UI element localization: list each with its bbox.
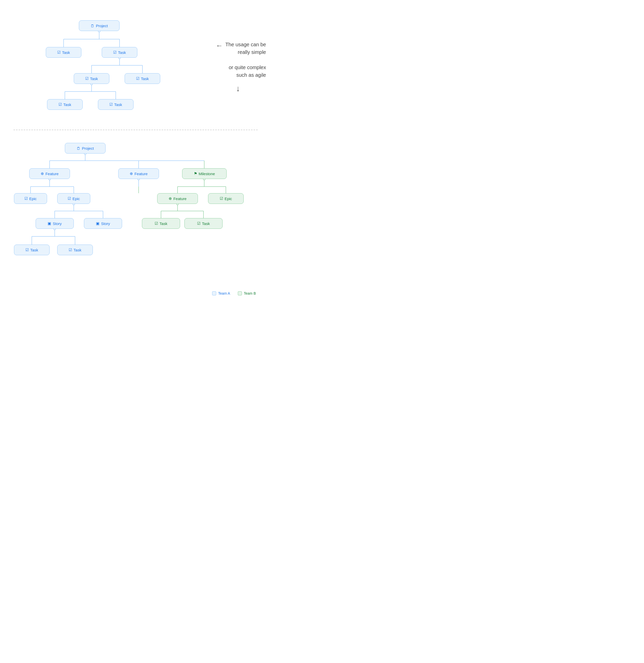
annotation-text: The usage can bereally simpleor quite co… (225, 41, 266, 79)
task4-label: Task (141, 76, 149, 81)
s2-feature1-label: Feature (46, 172, 59, 176)
s1-task2-node[interactable]: ☑ Task (102, 47, 137, 58)
s2-task3g-node[interactable]: ☑ Task (142, 218, 180, 229)
s2-epic2-node[interactable]: ☑ Epic (57, 193, 90, 204)
section1-simple-tree: ← The usage can bereally simpleor quite … (0, 8, 271, 130)
team-a-color-swatch (212, 291, 216, 295)
task-icon: ☑ (69, 248, 72, 252)
s2-task1b-label: Task (30, 248, 38, 252)
feature-icon: ⊕ (169, 196, 172, 201)
s2-task4g-label: Task (202, 222, 210, 226)
task-icon: ☑ (136, 76, 139, 81)
task-icon: ☑ (197, 221, 200, 226)
s2-epic3-label: Epic (225, 197, 232, 201)
team-b-color-swatch (238, 291, 242, 295)
s2-epic3-node[interactable]: ☑ Epic (208, 193, 244, 204)
s2-feature3-node[interactable]: ⊕ Feature (157, 193, 198, 204)
s2-story1-node[interactable]: ▣ Story (36, 218, 74, 229)
annotation: ← The usage can bereally simpleor quite … (210, 41, 266, 93)
s2-epic2-label: Epic (72, 197, 80, 201)
s2-milestone-node[interactable]: ⚑ Milestone (182, 168, 227, 179)
s2-epic1-label: Epic (29, 197, 37, 201)
project-icon: 🗒 (91, 24, 94, 28)
s2-task1b-node[interactable]: ☑ Task (14, 245, 50, 255)
team-b-label: Team B (244, 291, 256, 295)
s2-project-label: Project (82, 146, 94, 151)
feature-icon: ⊕ (41, 172, 44, 176)
task1-label: Task (62, 50, 70, 55)
feature-icon: ⊕ (130, 172, 133, 176)
s2-feature2-label: Feature (135, 172, 148, 176)
project-label: Project (96, 24, 108, 28)
legend-team-b: Team B (238, 291, 256, 295)
s2-story2-node[interactable]: ▣ Story (84, 218, 122, 229)
s2-task4g-node[interactable]: ☑ Task (184, 218, 223, 229)
s1-project-node[interactable]: 🗒 Project (79, 20, 119, 31)
s2-task2b-label: Task (73, 248, 82, 252)
legend-team-a: Team A (212, 291, 230, 295)
s2-story2-label: Story (101, 222, 110, 226)
project-icon: 🗒 (76, 146, 80, 151)
s1-task3-node[interactable]: ☑ Task (74, 73, 109, 84)
arrow-left-icon: ← (216, 42, 223, 50)
s1-task1-node[interactable]: ☑ Task (46, 47, 82, 58)
task6-label: Task (114, 102, 122, 107)
s2-story1-label: Story (53, 222, 62, 226)
team-a-label: Team A (218, 291, 230, 295)
task2-label: Task (118, 50, 126, 55)
s2-feature3-label: Feature (174, 197, 187, 201)
task-icon: ☑ (59, 102, 62, 107)
s2-project-node[interactable]: 🗒 Project (65, 143, 106, 154)
s1-task4-node[interactable]: ☑ Task (125, 73, 160, 84)
task5-label: Task (63, 102, 71, 107)
task3-label: Task (90, 76, 98, 81)
s2-feature1-node[interactable]: ⊕ Feature (29, 168, 70, 179)
story-icon: ▣ (48, 221, 51, 226)
arrow-down-icon: ↓ (210, 84, 266, 93)
section2-agile-tree: 🗒 Project ⊕ Feature ⊕ Feature ☑ Epic ☑ E… (0, 135, 271, 303)
s2-task3g-label: Task (159, 222, 168, 226)
page-wrapper: ← The usage can bereally simpleor quite … (0, 0, 271, 311)
s1-task6-node[interactable]: ☑ Task (98, 99, 134, 110)
task-icon: ☑ (109, 102, 113, 107)
legend: Team A Team B (212, 291, 256, 295)
task-icon: ☑ (25, 248, 29, 252)
task-icon: ☑ (85, 76, 89, 81)
s2-feature2-node[interactable]: ⊕ Feature (118, 168, 159, 179)
epic-icon: ☑ (68, 196, 71, 201)
task-icon: ☑ (113, 50, 116, 55)
s2-epic1-node[interactable]: ☑ Epic (14, 193, 47, 204)
s2-milestone-label: Milestone (199, 172, 215, 176)
epic-icon: ☑ (220, 196, 223, 201)
task-icon: ☑ (155, 221, 158, 226)
milestone-icon: ⚑ (194, 172, 197, 176)
s1-task5-node[interactable]: ☑ Task (47, 99, 83, 110)
s2-task2b-node[interactable]: ☑ Task (57, 245, 93, 255)
story-icon: ▣ (96, 221, 99, 226)
section-divider (14, 130, 258, 130)
epic-icon: ☑ (24, 196, 28, 201)
task-icon: ☑ (57, 50, 61, 55)
